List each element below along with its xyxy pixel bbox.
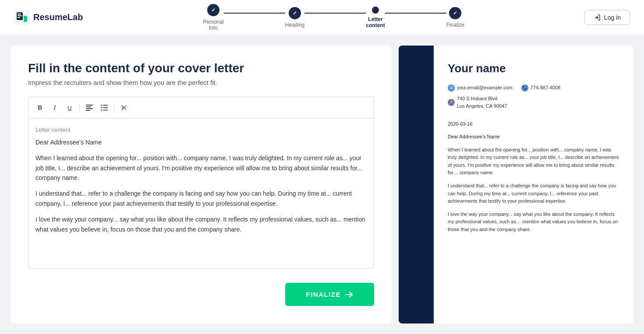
- svg-rect-4: [18, 15, 22, 16]
- editor-toolbar: B I U: [28, 97, 374, 118]
- svg-rect-3: [18, 14, 21, 14]
- step-heading: Heading: [285, 7, 305, 28]
- editor-para-3[interactable]: I love the way your company... say what …: [35, 214, 367, 234]
- phone-icon: 📞: [521, 84, 528, 91]
- step-label-letter-content: Lettercontent: [366, 16, 385, 28]
- panel-subtitle: Impress the recruiters and show them how…: [28, 79, 374, 86]
- step-letter-content: Lettercontent: [366, 7, 385, 28]
- editor-text[interactable]: Dear Addressee's Name When I learned abo…: [35, 137, 367, 234]
- editor-para-2[interactable]: I understand that... refer to a challeng…: [35, 189, 367, 208]
- svg-rect-5: [18, 17, 20, 18]
- svg-rect-7: [86, 106, 91, 107]
- finalize-button[interactable]: FINALIZE: [285, 283, 375, 306]
- login-label: Log in: [604, 14, 621, 21]
- login-icon: [594, 14, 601, 21]
- svg-rect-13: [103, 107, 108, 108]
- finalize-label: FINALIZE: [306, 291, 341, 298]
- svg-point-12: [101, 107, 102, 109]
- svg-rect-15: [103, 110, 108, 111]
- doc-phone: 774-987-4008: [531, 84, 561, 91]
- logo-icon: [14, 10, 30, 25]
- connector-1: [224, 13, 285, 14]
- underline-button[interactable]: U: [64, 102, 76, 114]
- check-icon: [211, 7, 216, 13]
- check-icon-2: [293, 10, 297, 16]
- arrow-right-icon: [345, 292, 353, 298]
- step-label-finalize: Finalize: [446, 22, 464, 28]
- underline-icon: U: [67, 105, 71, 111]
- svg-rect-2: [24, 16, 27, 22]
- align-left-button[interactable]: [83, 102, 96, 114]
- doc-email: your.email@example.com: [457, 84, 513, 91]
- doc-preview-para-2: I understand that... refer to a challeng…: [448, 182, 619, 205]
- doc-addressee: Dear Addressee's Name: [448, 133, 619, 141]
- logo-text: ResumeLab: [33, 12, 83, 22]
- svg-point-10: [101, 105, 102, 106]
- editor-addressee[interactable]: Dear Addressee's Name: [35, 137, 367, 147]
- doc-spacer: [448, 113, 619, 120]
- svg-point-14: [101, 109, 102, 111]
- doc-address-item: ? 740 S Hobard Blvd Los Angeles, CA 9004…: [448, 95, 507, 110]
- list-icon: [101, 105, 108, 111]
- step-circle-heading: [289, 7, 301, 19]
- step-finalize: Finalize: [446, 7, 464, 28]
- document-preview: Your name @ your.email@example.com 📞 774…: [434, 46, 633, 323]
- bold-button[interactable]: B: [34, 102, 46, 114]
- svg-rect-8: [86, 108, 93, 109]
- left-panel: Fill in the content of your cover letter…: [11, 46, 392, 323]
- svg-rect-6: [86, 105, 93, 105]
- align-left-icon: [86, 105, 93, 111]
- list-button[interactable]: [98, 102, 110, 114]
- step-circle-letter-content: [372, 7, 379, 14]
- doc-address: 740 S Hobard Blvd Los Angeles, CA 90047: [457, 95, 507, 110]
- logo: ResumeLab: [14, 10, 83, 25]
- clear-format-button[interactable]: T: [118, 102, 130, 114]
- doc-contact-row-2: ? 740 S Hobard Blvd Los Angeles, CA 9004…: [448, 95, 619, 110]
- editor-para-1[interactable]: When I learned about the opening for... …: [35, 153, 367, 183]
- doc-preview-para-1: When I learned about the opening for... …: [448, 146, 619, 177]
- main-content: Fill in the content of your cover letter…: [0, 35, 644, 334]
- location-icon: ?: [448, 99, 455, 106]
- doc-name: Your name: [448, 60, 619, 77]
- connector-3: [385, 13, 446, 14]
- panel-title: Fill in the content of your cover letter: [28, 61, 374, 75]
- svg-rect-11: [103, 105, 108, 106]
- header: ResumeLab PersonalInfo Heading Lettercon…: [0, 0, 644, 35]
- finalize-row: FINALIZE: [28, 283, 374, 306]
- clear-format-icon: T: [120, 104, 127, 111]
- doc-contact-row-1: @ your.email@example.com 📞 774-987-4008: [448, 84, 619, 91]
- connector-2: [304, 13, 366, 14]
- toolbar-separator-1: [79, 103, 80, 112]
- doc-phone-item: 📞 774-987-4008: [521, 84, 561, 91]
- step-label-personal-info: PersonalInfo: [203, 19, 223, 31]
- login-button[interactable]: Log in: [584, 10, 630, 25]
- editor-area[interactable]: Letter content Dear Addressee's Name Whe…: [28, 118, 374, 269]
- email-icon: @: [448, 84, 455, 91]
- doc-date: 2020-03-16: [448, 120, 619, 128]
- doc-preview-para-3: I love the way your company... say what …: [448, 211, 619, 234]
- step-circle-personal-info: [207, 4, 219, 16]
- doc-email-item: @ your.email@example.com: [448, 84, 513, 91]
- italic-icon: I: [54, 104, 56, 112]
- svg-text:T: T: [121, 106, 124, 111]
- step-label-heading: Heading: [285, 22, 305, 28]
- right-panel: Your name @ your.email@example.com 📞 774…: [399, 46, 633, 323]
- dark-sidebar: [399, 46, 434, 323]
- step-circle-finalize: [449, 7, 461, 19]
- editor-label: Letter content: [35, 126, 367, 135]
- italic-button[interactable]: I: [49, 102, 61, 114]
- check-icon-3: [453, 10, 457, 16]
- svg-rect-9: [86, 110, 90, 111]
- progress-bar: PersonalInfo Heading Lettercontent Final…: [203, 4, 464, 31]
- step-personal-info: PersonalInfo: [203, 4, 223, 31]
- bold-icon: B: [38, 104, 42, 112]
- toolbar-separator-2: [114, 103, 114, 112]
